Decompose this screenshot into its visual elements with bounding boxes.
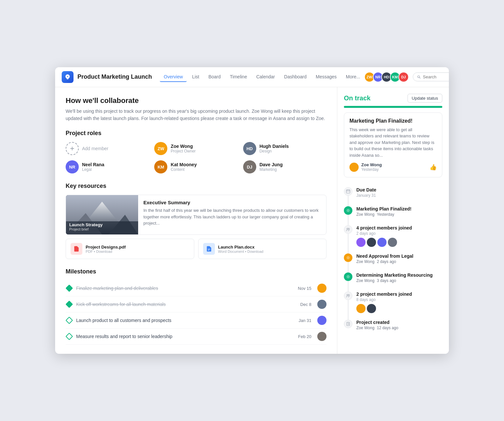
- resource-image-label: Launch Strategy Project brief: [69, 222, 103, 231]
- milestone-avatar-2: [317, 300, 326, 309]
- milestone-icon-3: [66, 317, 73, 324]
- resource-exec-desc: In the first half of this year we will b…: [143, 207, 321, 227]
- update-status-button[interactable]: Update status: [408, 94, 442, 103]
- milestone-icon-2: [66, 301, 73, 308]
- pdf-file-icon: [73, 246, 80, 252]
- activity-4members-time: 2 days ago: [356, 231, 442, 236]
- status-card-title: Marketing Plan Finalized!: [349, 118, 437, 124]
- pdf-file-meta: PDF • Download: [86, 250, 126, 253]
- activity-2members-time: 8 days ago: [356, 297, 442, 302]
- tab-list[interactable]: List: [188, 72, 203, 82]
- resource-image-title: Launch Strategy: [69, 222, 103, 227]
- role-label-dave: Marketing: [260, 167, 283, 172]
- role-neel: NR Neel Rana Legal: [66, 160, 149, 173]
- milestone-text-3: Launch product to all customers and pros…: [76, 318, 295, 323]
- tab-timeline[interactable]: Timeline: [226, 72, 251, 82]
- status-card: Marketing Plan Finalized! This week we w…: [344, 112, 442, 178]
- role-avatar-zoe: ZW: [154, 142, 167, 155]
- status-author-time: Yesterday: [361, 167, 382, 172]
- doc-file-meta: Word Document • Download: [218, 250, 263, 253]
- tab-board[interactable]: Board: [204, 72, 224, 82]
- activity-due-content: Due Date January 31: [356, 187, 442, 200]
- milestone-date-1: Nov 15: [298, 286, 311, 291]
- doc-file-info: Launch Plan.docx Word Document • Downloa…: [218, 245, 263, 253]
- calendar-svg: [346, 189, 350, 194]
- milestone-row-2[interactable]: Kick off workstreams for all launch mate…: [66, 296, 326, 312]
- activity-marketing-title: Marketing Plan Finalized!: [356, 206, 442, 211]
- status-card-footer: Zoe Wong Yesterday 👍: [349, 162, 437, 172]
- rocket-icon: [64, 74, 71, 80]
- role-avatar-kat: KM: [154, 160, 167, 173]
- role-info-kat: Kat Mooney Content: [171, 162, 197, 172]
- activity-2members-content: 2 project members joined 8 days ago: [356, 291, 442, 313]
- activity-4members-title: 4 project members joined: [356, 225, 442, 231]
- search-icon: [417, 75, 421, 79]
- role-info-dave: Dave Jung Marketing: [260, 162, 283, 172]
- status-card-body: This week we were able to get all stakeh…: [349, 127, 437, 159]
- teal-icon: [346, 275, 350, 278]
- project-title: Product Marketing Launch: [77, 73, 152, 80]
- resource-file-doc[interactable]: Launch Plan.docx Word Document • Downloa…: [198, 239, 327, 259]
- check-icon: [346, 209, 350, 212]
- members-icon: [344, 225, 352, 234]
- status-progress-bar: [344, 106, 442, 108]
- activity-due-date: Due Date January 31: [344, 184, 442, 203]
- svg-point-19: [348, 294, 349, 296]
- resource-main-card[interactable]: Launch Strategy Project brief Executive …: [66, 195, 326, 235]
- created-icon: [344, 320, 352, 328]
- status-author-info: Zoe Wong Yesterday: [361, 162, 382, 172]
- milestone-row-3[interactable]: Launch product to all customers and pros…: [66, 312, 326, 329]
- role-label-hugh: Design: [260, 149, 289, 153]
- activity-created-meta: Zoe Wong 12 days ago: [356, 326, 442, 330]
- role-avatar-neel: NR: [66, 160, 79, 173]
- teal-dot-icon: [344, 272, 352, 281]
- milestone-row-1[interactable]: Finalize marketing plan and deliverables…: [66, 280, 326, 296]
- svg-point-15: [348, 228, 349, 230]
- role-label-neel: Legal: [82, 167, 104, 172]
- milestones-title: Milestones: [66, 268, 326, 275]
- mini-avatars-2: [356, 304, 442, 313]
- activity-resourcing-content: Determining Marketing Resourcing Zoe Won…: [356, 272, 442, 285]
- tab-more[interactable]: More...: [342, 72, 364, 82]
- resource-files: Project Designs.pdf PDF • Download: [66, 239, 326, 259]
- role-dave: DJ Dave Jung Marketing: [243, 160, 326, 173]
- role-label-kat: Content: [171, 167, 197, 172]
- collaborate-desc: We'll be using this project to track our…: [66, 108, 326, 122]
- resource-file-pdf[interactable]: Project Designs.pdf PDF • Download: [66, 239, 194, 259]
- role-name-dave: Dave Jung: [260, 162, 283, 167]
- milestone-icon-4: [66, 333, 73, 340]
- right-panel: On track Update status Marketing Plan Fi…: [337, 87, 449, 354]
- resource-text: Executive Summary In the first half of t…: [138, 195, 326, 234]
- tab-messages[interactable]: Messages: [312, 72, 341, 82]
- avatar-5[interactable]: DJ: [398, 72, 409, 82]
- role-hugh: HD Hugh Daniels Design: [243, 142, 326, 155]
- search-input[interactable]: [423, 74, 449, 79]
- add-member-label-wrapper: Add member: [82, 146, 108, 151]
- activity-marketing-content: Marketing Plan Finalized! Zoe Wong Yeste…: [356, 206, 442, 219]
- activity-created-title: Project created: [356, 320, 442, 325]
- role-info-neel: Neel Rana Legal: [82, 162, 104, 172]
- left-panel: How we'll collaborate We'll be using thi…: [55, 87, 337, 354]
- role-avatar-hugh: HD: [243, 142, 256, 155]
- tab-dashboard[interactable]: Dashboard: [280, 72, 311, 82]
- tab-calendar[interactable]: Calendar: [252, 72, 279, 82]
- status-author-avatar: [349, 163, 359, 172]
- milestone-row-4[interactable]: Measure results and report to senior lea…: [66, 329, 326, 345]
- activity-feed: Due Date January 31 Marketing Plan Final…: [344, 184, 442, 335]
- status-label: On track: [344, 94, 370, 102]
- mini-avatar-5: [356, 304, 366, 313]
- like-button[interactable]: 👍: [430, 164, 437, 171]
- activity-4members-content: 4 project members joined 2 days ago: [356, 225, 442, 247]
- activity-due-meta: January 31: [356, 193, 442, 198]
- role-avatar-dave: DJ: [243, 160, 256, 173]
- activity-created-content: Project created Zoe Wong 12 days ago: [356, 320, 442, 332]
- resource-image-subtitle: Project brief: [69, 227, 103, 231]
- svg-line-1: [419, 77, 420, 78]
- search-box: [413, 72, 449, 81]
- activity-resourcing: Determining Marketing Resourcing Zoe Won…: [344, 269, 442, 288]
- role-label-zoe: Project Owner: [171, 149, 196, 153]
- plus-icon: [69, 146, 75, 151]
- tab-overview[interactable]: Overview: [160, 72, 187, 82]
- doc-icon: [203, 243, 215, 255]
- add-member-item[interactable]: Add member: [66, 142, 149, 155]
